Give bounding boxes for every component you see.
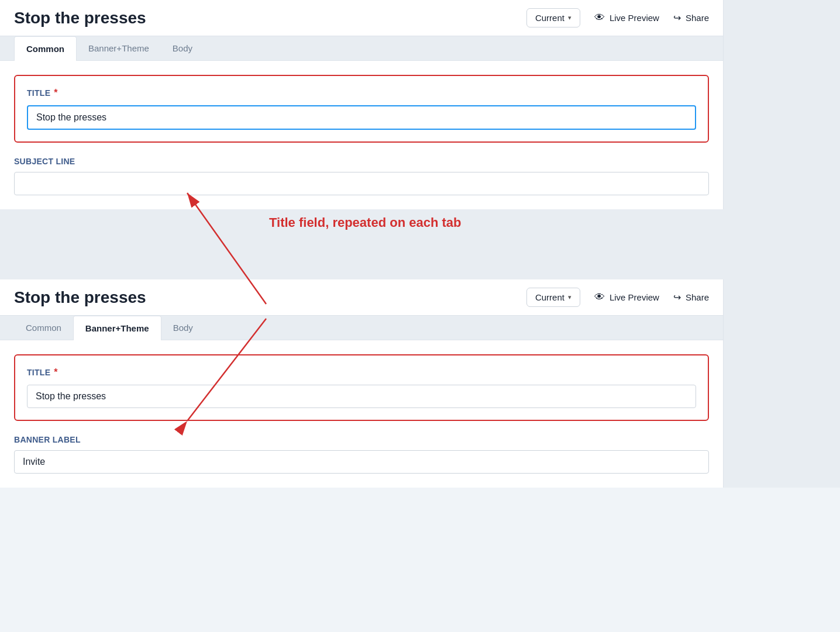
tabs-bar-2: Common Banner+Theme Body <box>0 316 723 340</box>
bottom-header: Stop the presses Current ▾ 👁 Live Previe… <box>0 279 723 316</box>
title-form-section-1: Title * <box>14 75 709 143</box>
share-button-1[interactable]: ↪ Share <box>673 12 709 23</box>
version-label-2: Current <box>535 292 564 302</box>
title-field-label-2: Title * <box>27 367 696 378</box>
content-area-1: Title * Subject Line <box>0 61 723 209</box>
chevron-down-icon-1: ▾ <box>568 14 572 22</box>
title-form-section-2: Title * <box>14 354 709 421</box>
tab-banner-theme-label-1: Banner+Theme <box>88 43 149 53</box>
top-header: Stop the presses Current ▾ 👁 Live Previe… <box>0 0 723 36</box>
tabs-bar-1: Common Banner+Theme Body <box>0 36 723 61</box>
tab-banner-theme-label-2: Banner+Theme <box>85 323 149 333</box>
version-dropdown-1[interactable]: Current ▾ <box>526 8 580 27</box>
tab-common-label-2: Common <box>26 323 61 333</box>
content-area-2: Title * Banner Label <box>0 340 723 488</box>
tab-body-label-2: Body <box>173 323 193 333</box>
live-preview-button-2[interactable]: 👁 Live Preview <box>594 291 659 303</box>
top-main-col: Stop the presses Current ▾ 👁 Live Previe… <box>0 0 723 209</box>
live-preview-label-2: Live Preview <box>610 292 659 302</box>
live-preview-button-1[interactable]: 👁 Live Preview <box>594 12 659 24</box>
chevron-down-icon-2: ▾ <box>568 293 572 301</box>
annotation-area: Title field, repeated on each tab <box>0 209 840 279</box>
top-section: Stop the presses Current ▾ 👁 Live Previe… <box>0 0 840 209</box>
version-label-1: Current <box>535 13 564 23</box>
title-field-label-1: Title * <box>27 88 696 98</box>
banner-label-group: Banner Label <box>14 435 709 474</box>
tab-body-1[interactable]: Body <box>161 36 204 60</box>
title-label-text-1: Title <box>27 88 50 98</box>
page-title-1: Stop the presses <box>14 9 526 27</box>
title-input-1[interactable] <box>27 105 696 130</box>
tab-common-label-1: Common <box>26 44 64 54</box>
tab-banner-theme-1[interactable]: Banner+Theme <box>77 36 161 60</box>
share-button-2[interactable]: ↪ Share <box>673 292 709 303</box>
share-icon-1: ↪ <box>673 12 681 23</box>
eye-icon-2: 👁 <box>594 291 605 303</box>
required-star-1: * <box>54 88 58 98</box>
annotation-text: Title field, repeated on each tab <box>269 215 461 230</box>
eye-icon-1: 👁 <box>594 12 605 24</box>
banner-label-label: Banner Label <box>14 435 709 444</box>
top-sidebar <box>723 0 840 209</box>
share-label-2: Share <box>686 292 709 302</box>
share-label-1: Share <box>686 13 709 23</box>
bottom-section: Stop the presses Current ▾ 👁 Live Previe… <box>0 279 840 488</box>
header-actions-2: 👁 Live Preview ↪ Share <box>594 291 709 303</box>
tab-body-2[interactable]: Body <box>161 316 205 340</box>
page-title-2: Stop the presses <box>14 288 526 307</box>
title-label-text-2: Title <box>27 368 50 377</box>
bottom-sidebar <box>723 279 840 488</box>
header-actions-1: 👁 Live Preview ↪ Share <box>594 12 709 24</box>
tab-body-label-1: Body <box>173 43 192 53</box>
share-icon-2: ↪ <box>673 292 681 303</box>
tab-common-2[interactable]: Common <box>14 316 73 340</box>
tab-banner-theme-2[interactable]: Banner+Theme <box>73 316 161 340</box>
tab-common-1[interactable]: Common <box>14 36 77 61</box>
version-dropdown-2[interactable]: Current ▾ <box>526 288 580 307</box>
required-star-2: * <box>54 367 58 378</box>
subject-line-input-1[interactable] <box>14 172 709 195</box>
live-preview-label-1: Live Preview <box>610 13 659 23</box>
subject-line-group-1: Subject Line <box>14 157 709 195</box>
bottom-main-col: Stop the presses Current ▾ 👁 Live Previe… <box>0 279 723 488</box>
title-input-2[interactable] <box>27 385 696 408</box>
banner-label-input[interactable] <box>14 450 709 474</box>
subject-line-label-1: Subject Line <box>14 157 709 166</box>
